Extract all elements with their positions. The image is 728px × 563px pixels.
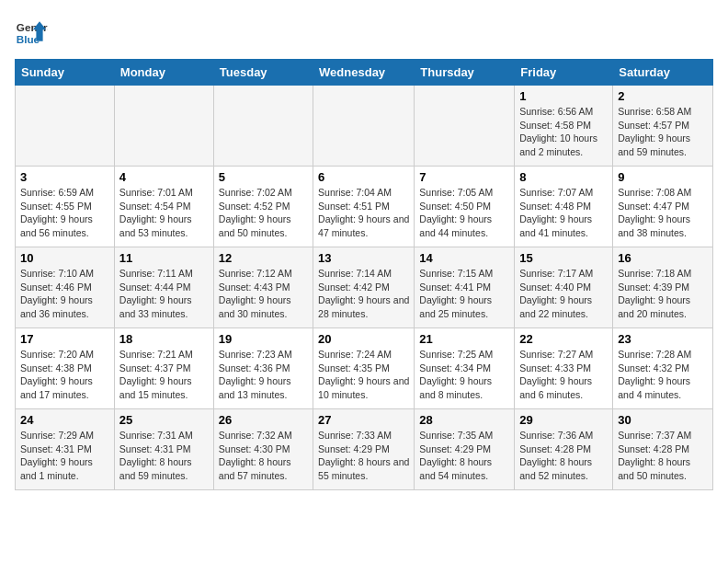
day-number: 22 <box>519 332 608 346</box>
header-day-monday: Monday <box>114 60 213 86</box>
day-info: Sunrise: 7:36 AM Sunset: 4:28 PM Dayligh… <box>519 429 608 483</box>
day-info: Sunrise: 7:32 AM Sunset: 4:30 PM Dayligh… <box>219 429 308 483</box>
day-number: 13 <box>318 251 409 265</box>
day-number: 21 <box>419 332 509 346</box>
header-day-friday: Friday <box>515 60 613 86</box>
day-info: Sunrise: 7:07 AM Sunset: 4:48 PM Dayligh… <box>519 186 608 240</box>
header-day-thursday: Thursday <box>415 60 515 86</box>
header-day-sunday: Sunday <box>16 60 115 86</box>
day-number: 24 <box>20 413 109 427</box>
calendar-cell: 18Sunrise: 7:21 AM Sunset: 4:37 PM Dayli… <box>114 328 213 409</box>
calendar-cell: 2Sunrise: 6:58 AM Sunset: 4:57 PM Daylig… <box>613 86 713 167</box>
calendar-cell: 22Sunrise: 7:27 AM Sunset: 4:33 PM Dayli… <box>515 328 613 409</box>
day-info: Sunrise: 7:17 AM Sunset: 4:40 PM Dayligh… <box>519 267 608 321</box>
day-info: Sunrise: 7:11 AM Sunset: 4:44 PM Dayligh… <box>119 267 209 321</box>
calendar-cell: 21Sunrise: 7:25 AM Sunset: 4:34 PM Dayli… <box>415 328 515 409</box>
day-info: Sunrise: 7:21 AM Sunset: 4:37 PM Dayligh… <box>119 348 209 402</box>
calendar-cell <box>114 86 213 167</box>
day-info: Sunrise: 7:25 AM Sunset: 4:34 PM Dayligh… <box>419 348 509 402</box>
day-info: Sunrise: 7:23 AM Sunset: 4:36 PM Dayligh… <box>219 348 308 402</box>
day-number: 2 <box>618 89 708 103</box>
day-info: Sunrise: 6:59 AM Sunset: 4:55 PM Dayligh… <box>20 186 109 240</box>
calendar-week-4: 17Sunrise: 7:20 AM Sunset: 4:38 PM Dayli… <box>16 328 713 409</box>
calendar-cell <box>415 86 515 167</box>
day-number: 4 <box>119 170 209 184</box>
calendar-cell: 14Sunrise: 7:15 AM Sunset: 4:41 PM Dayli… <box>415 247 515 328</box>
calendar-cell: 10Sunrise: 7:10 AM Sunset: 4:46 PM Dayli… <box>16 247 115 328</box>
day-number: 17 <box>20 332 109 346</box>
calendar-table: SundayMondayTuesdayWednesdayThursdayFrid… <box>15 59 713 490</box>
calendar-cell: 4Sunrise: 7:01 AM Sunset: 4:54 PM Daylig… <box>114 167 213 247</box>
calendar-cell: 6Sunrise: 7:04 AM Sunset: 4:51 PM Daylig… <box>313 167 415 247</box>
day-number: 26 <box>219 413 308 427</box>
day-number: 12 <box>219 251 308 265</box>
logo-icon: General Blue <box>15 15 48 48</box>
day-number: 18 <box>119 332 209 346</box>
calendar-week-2: 3Sunrise: 6:59 AM Sunset: 4:55 PM Daylig… <box>16 167 713 247</box>
day-number: 3 <box>20 170 109 184</box>
day-info: Sunrise: 7:27 AM Sunset: 4:33 PM Dayligh… <box>519 348 608 402</box>
day-number: 9 <box>618 170 708 184</box>
day-number: 11 <box>119 251 209 265</box>
day-number: 30 <box>618 413 708 427</box>
calendar-cell: 13Sunrise: 7:14 AM Sunset: 4:42 PM Dayli… <box>313 247 415 328</box>
header-day-wednesday: Wednesday <box>313 60 415 86</box>
logo: General Blue <box>15 15 48 48</box>
calendar-cell: 30Sunrise: 7:37 AM Sunset: 4:28 PM Dayli… <box>613 409 713 490</box>
day-number: 5 <box>219 170 308 184</box>
day-info: Sunrise: 7:04 AM Sunset: 4:51 PM Dayligh… <box>318 186 409 240</box>
day-info: Sunrise: 7:14 AM Sunset: 4:42 PM Dayligh… <box>318 267 409 321</box>
day-number: 8 <box>519 170 608 184</box>
day-number: 6 <box>318 170 409 184</box>
day-info: Sunrise: 7:20 AM Sunset: 4:38 PM Dayligh… <box>20 348 109 402</box>
day-info: Sunrise: 7:12 AM Sunset: 4:43 PM Dayligh… <box>219 267 308 321</box>
header: General Blue <box>15 15 713 48</box>
day-info: Sunrise: 7:10 AM Sunset: 4:46 PM Dayligh… <box>20 267 109 321</box>
calendar-cell <box>213 86 313 167</box>
calendar-cell: 19Sunrise: 7:23 AM Sunset: 4:36 PM Dayli… <box>213 328 313 409</box>
calendar-cell: 9Sunrise: 7:08 AM Sunset: 4:47 PM Daylig… <box>613 167 713 247</box>
calendar-cell: 24Sunrise: 7:29 AM Sunset: 4:31 PM Dayli… <box>16 409 115 490</box>
calendar-cell: 11Sunrise: 7:11 AM Sunset: 4:44 PM Dayli… <box>114 247 213 328</box>
header-day-saturday: Saturday <box>613 60 713 86</box>
day-number: 29 <box>519 413 608 427</box>
calendar-cell: 26Sunrise: 7:32 AM Sunset: 4:30 PM Dayli… <box>213 409 313 490</box>
day-number: 14 <box>419 251 509 265</box>
day-info: Sunrise: 7:31 AM Sunset: 4:31 PM Dayligh… <box>119 429 209 483</box>
calendar-cell: 15Sunrise: 7:17 AM Sunset: 4:40 PM Dayli… <box>515 247 613 328</box>
calendar-cell: 5Sunrise: 7:02 AM Sunset: 4:52 PM Daylig… <box>213 167 313 247</box>
calendar-cell: 16Sunrise: 7:18 AM Sunset: 4:39 PM Dayli… <box>613 247 713 328</box>
calendar-week-5: 24Sunrise: 7:29 AM Sunset: 4:31 PM Dayli… <box>16 409 713 490</box>
day-number: 10 <box>20 251 109 265</box>
calendar-cell: 20Sunrise: 7:24 AM Sunset: 4:35 PM Dayli… <box>313 328 415 409</box>
day-number: 27 <box>318 413 409 427</box>
calendar-cell: 17Sunrise: 7:20 AM Sunset: 4:38 PM Dayli… <box>16 328 115 409</box>
calendar-cell: 27Sunrise: 7:33 AM Sunset: 4:29 PM Dayli… <box>313 409 415 490</box>
calendar-cell: 28Sunrise: 7:35 AM Sunset: 4:29 PM Dayli… <box>415 409 515 490</box>
day-info: Sunrise: 7:15 AM Sunset: 4:41 PM Dayligh… <box>419 267 509 321</box>
day-info: Sunrise: 7:18 AM Sunset: 4:39 PM Dayligh… <box>618 267 708 321</box>
calendar-cell: 25Sunrise: 7:31 AM Sunset: 4:31 PM Dayli… <box>114 409 213 490</box>
calendar-cell <box>16 86 115 167</box>
day-number: 16 <box>618 251 708 265</box>
day-info: Sunrise: 7:24 AM Sunset: 4:35 PM Dayligh… <box>318 348 409 402</box>
calendar-cell <box>313 86 415 167</box>
day-number: 20 <box>318 332 409 346</box>
header-day-tuesday: Tuesday <box>213 60 313 86</box>
calendar-cell: 1Sunrise: 6:56 AM Sunset: 4:58 PM Daylig… <box>515 86 613 167</box>
day-info: Sunrise: 7:28 AM Sunset: 4:32 PM Dayligh… <box>618 348 708 402</box>
day-info: Sunrise: 7:02 AM Sunset: 4:52 PM Dayligh… <box>219 186 308 240</box>
calendar-cell: 12Sunrise: 7:12 AM Sunset: 4:43 PM Dayli… <box>213 247 313 328</box>
day-number: 15 <box>519 251 608 265</box>
day-info: Sunrise: 7:29 AM Sunset: 4:31 PM Dayligh… <box>20 429 109 483</box>
day-number: 1 <box>519 89 608 103</box>
day-info: Sunrise: 7:01 AM Sunset: 4:54 PM Dayligh… <box>119 186 209 240</box>
day-number: 19 <box>219 332 308 346</box>
day-number: 28 <box>419 413 509 427</box>
calendar-week-1: 1Sunrise: 6:56 AM Sunset: 4:58 PM Daylig… <box>16 86 713 167</box>
calendar-cell: 3Sunrise: 6:59 AM Sunset: 4:55 PM Daylig… <box>16 167 115 247</box>
day-info: Sunrise: 7:33 AM Sunset: 4:29 PM Dayligh… <box>318 429 409 483</box>
day-number: 7 <box>419 170 509 184</box>
calendar-cell: 29Sunrise: 7:36 AM Sunset: 4:28 PM Dayli… <box>515 409 613 490</box>
calendar-cell: 7Sunrise: 7:05 AM Sunset: 4:50 PM Daylig… <box>415 167 515 247</box>
